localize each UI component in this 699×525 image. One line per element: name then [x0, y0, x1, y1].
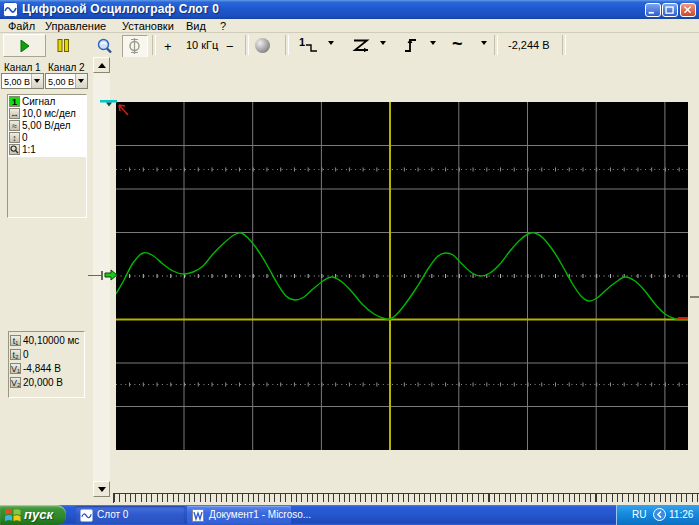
- menu-control[interactable]: Управление: [45, 20, 106, 32]
- channel1-label: Канал 1: [4, 62, 41, 73]
- toolbar-separator: [245, 35, 249, 55]
- vertical-scale-icon: ≈: [9, 120, 20, 131]
- chevron-down-icon[interactable]: [31, 74, 43, 88]
- oscilloscope-display: [116, 102, 688, 450]
- menu-view[interactable]: Вид: [186, 20, 206, 32]
- probe-circle-icon: [127, 38, 142, 54]
- trigger-point-arrow: [119, 105, 128, 115]
- t2-icon: t₂: [10, 349, 21, 360]
- channel2-scale-select[interactable]: 5,00 В: [45, 73, 88, 89]
- scroll-up-button[interactable]: [93, 57, 110, 73]
- toolbar-separator: [285, 35, 289, 55]
- windows-logo-icon: [5, 508, 21, 522]
- taskbar: пуск Слот 0 Документ1 - Microso... RU 11…: [0, 505, 699, 525]
- chevron-down-icon[interactable]: [75, 74, 87, 88]
- language-indicator[interactable]: RU: [632, 509, 646, 520]
- offset-icon: ↕: [9, 132, 20, 143]
- screen: Цифровой Осциллограф Слот 0 Файл Управле…: [0, 0, 699, 525]
- window-title: Цифровой Осциллограф Слот 0: [22, 2, 219, 16]
- trigger-either-edge-icon[interactable]: [352, 39, 370, 52]
- toolbar-separator: [152, 35, 156, 55]
- menu-bar: Файл Управление Установки Вид ?: [0, 19, 699, 33]
- trigger-digital-icon[interactable]: [305, 43, 319, 53]
- magnifier-icon: [9, 144, 20, 155]
- splitter-handle[interactable]: [690, 296, 699, 298]
- freq-value: 10 кГц: [186, 39, 218, 51]
- oscilloscope-app-icon: [80, 509, 93, 522]
- clock: 11:26: [669, 509, 693, 520]
- minimize-button[interactable]: [645, 3, 661, 17]
- trigger-sine-icon[interactable]: ~: [452, 34, 463, 55]
- trigger-time-marker[interactable]: [100, 100, 117, 108]
- measurements-box: t₁40,10000 мс t₂0 V₁-4,844 В V₂20,000 В: [8, 331, 85, 398]
- client-area: Канал 1 Канал 2 5,00 В 5,00 В 1Сигнал ↔1…: [0, 57, 699, 505]
- menu-help[interactable]: ?: [220, 20, 226, 32]
- channel1-scale-select[interactable]: 5,00 В: [1, 73, 44, 89]
- trigger-level-tick: [101, 271, 103, 280]
- toolbar-separator: [494, 35, 498, 55]
- freq-increase-button[interactable]: +: [164, 39, 172, 54]
- title-bar: Цифровой Осциллограф Слот 0: [0, 0, 699, 19]
- close-button[interactable]: [680, 3, 696, 17]
- toolbar-separator: [562, 35, 566, 55]
- channel1-icon: 1: [9, 96, 20, 107]
- menu-settings[interactable]: Установки: [122, 20, 174, 32]
- scroll-down-button[interactable]: [93, 481, 110, 497]
- maximize-button[interactable]: [662, 3, 678, 17]
- pause-button[interactable]: [56, 39, 71, 52]
- t1-icon: t₁: [10, 335, 21, 346]
- menu-file[interactable]: Файл: [8, 20, 35, 32]
- trigger-rising-edge-icon[interactable]: [404, 37, 418, 54]
- v1-icon: V₁: [10, 363, 21, 374]
- run-button[interactable]: [3, 34, 46, 57]
- taskbar-item-slot0[interactable]: Слот 0: [75, 506, 185, 524]
- v2-icon: V₂: [10, 377, 21, 388]
- start-button[interactable]: пуск: [0, 505, 66, 525]
- trigger1-dropdown[interactable]: [328, 41, 334, 45]
- channel2-label: Канал 2: [48, 62, 85, 73]
- trigger-level-value: -2,244 В: [508, 39, 550, 51]
- sphere-button[interactable]: [255, 38, 270, 53]
- start-label: пуск: [24, 507, 53, 522]
- trigger-edge-dropdown[interactable]: [380, 41, 386, 45]
- system-tray: RU 11:26: [616, 505, 699, 525]
- trigger-sine-dropdown[interactable]: [481, 41, 487, 45]
- run-icon: [20, 40, 30, 52]
- freq-decrease-button[interactable]: −: [226, 39, 234, 54]
- signal-info-box: 1Сигнал ↔10,0 мс/дел ≈5,00 В/дел ↕0 1:1: [7, 94, 87, 218]
- horizontal-position-ruler[interactable]: [113, 493, 699, 503]
- trigger-rise-dropdown[interactable]: [430, 41, 436, 45]
- app-icon: [3, 2, 18, 17]
- taskbar-item-word[interactable]: Документ1 - Microso...: [187, 506, 291, 524]
- disabled-tool-button[interactable]: [122, 35, 148, 58]
- autosetup-button[interactable]: [96, 38, 113, 54]
- channel-zero-arrow[interactable]: [104, 269, 118, 281]
- hide-icons-button[interactable]: [653, 508, 666, 521]
- horizontal-scale-icon: ↔: [9, 108, 20, 119]
- toolbar: + 10 кГц − 1 ~ -2,244 В: [0, 34, 699, 57]
- word-document-icon: [192, 509, 204, 522]
